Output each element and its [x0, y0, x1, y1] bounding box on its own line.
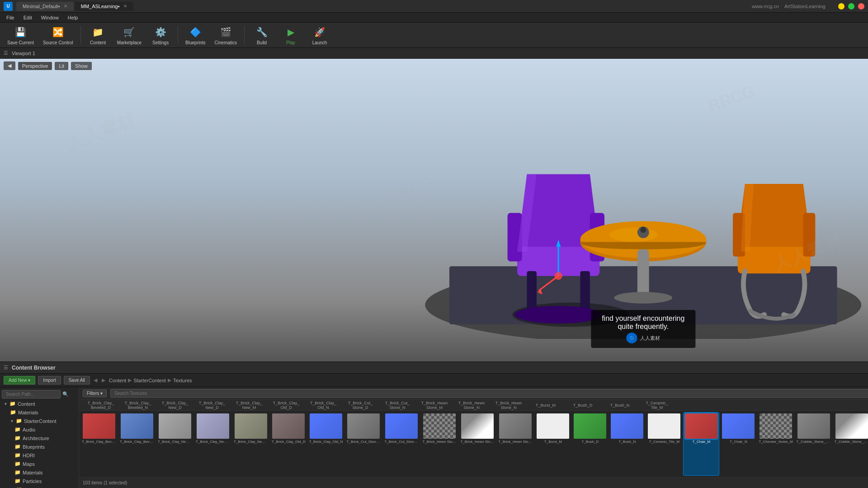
close-button[interactable] [858, 3, 864, 9]
tree-props[interactable]: ▼ 📁 Props [0, 485, 79, 488]
tree-blueprints[interactable]: 📁 Blueprints [0, 442, 79, 451]
play-button[interactable]: ▶ Play [277, 23, 304, 47]
cb-path-search-icon[interactable]: 🔍 [62, 391, 69, 397]
asset-cobble-pebble-m[interactable]: T_Cobble_Stone_Pebble_M [834, 413, 868, 475]
content-browser-sidebar: 🔍 ▼ 📁 Content 📁 Materials ▼ [0, 387, 79, 488]
maximize-button[interactable] [848, 3, 854, 9]
nav-back-button[interactable]: ◀ [4, 61, 15, 70]
tab-minimal-default[interactable]: Minimal_Default• ✕ [16, 2, 74, 11]
svg-point-8 [515, 306, 602, 324]
tree-particles[interactable]: 📁 Particles [0, 477, 79, 485]
asset-brick-cut-stone-n[interactable]: T_Brick_Cut_Stone_N [383, 413, 420, 475]
settings-button[interactable]: ⚙️ Settings [147, 23, 174, 47]
tree-materials-sc[interactable]: 📁 Materials [0, 468, 79, 477]
texture-search-input[interactable] [110, 389, 868, 398]
filters-button[interactable]: Filters ▾ [83, 389, 107, 397]
cb-grid: T_Brick_Clay_Beveled_D T_Brick_Clay_Beve… [79, 411, 868, 477]
tab-bar: Minimal_Default• ✕ MM_ASLearning• ✕ [16, 2, 752, 11]
viewport-header: ☰ Viewport 1 [0, 48, 868, 59]
perspective-button[interactable]: Perspective [18, 62, 52, 70]
title-bar: U Minimal_Default• ✕ MM_ASLearning• ✕ ww… [0, 0, 868, 13]
import-button[interactable]: Import [38, 376, 61, 385]
lit-button[interactable]: Lit [55, 62, 68, 70]
blueprints-icon: 🔷 [188, 25, 203, 39]
asset-ceramic-tile-m[interactable]: T_Ceramic_Tile_M [646, 413, 682, 475]
asset-brick-hewn-stone-m[interactable]: T_Brick_Hewn Stone_M [421, 413, 458, 475]
asset-bush-d[interactable]: T_Bush_D [572, 413, 608, 475]
content-browser-header: ☰ Content Browser [0, 362, 868, 374]
menu-edit[interactable]: Edit [19, 14, 37, 21]
show-button[interactable]: Show [71, 62, 92, 70]
tree-architecture[interactable]: 📁 Architecture [0, 434, 79, 442]
asset-bush-n[interactable]: T_Bush_N [609, 413, 645, 475]
asset-brick-clay-new-m[interactable]: T_Brick_Clay_New_M [233, 413, 269, 475]
toolbar-separator-3 [244, 26, 245, 44]
asset-brick-clay-old-n[interactable]: T_Brick_Clay_Old_N [308, 413, 344, 475]
asset-brick-clay-new-d2[interactable]: T_Brick_Clay_New_D [195, 413, 231, 475]
asset-brick-hewn-stone-n2[interactable]: T_Brick_Hewn Stone_N [497, 413, 533, 475]
asset-brick-clay-bev-d[interactable]: T_Brick_Clay_Beveled_D [81, 413, 117, 475]
toolbar-separator [80, 26, 81, 44]
tree-hdri[interactable]: 📁 HDRI [0, 451, 79, 460]
tree-maps[interactable]: 📁 Maps [0, 460, 79, 468]
menu-window[interactable]: Window [37, 14, 63, 21]
asset-chair-m[interactable]: T_Chair_M [684, 413, 719, 475]
svg-rect-6 [527, 271, 536, 310]
bc-textures[interactable]: Textures [173, 378, 192, 383]
launch-button[interactable]: 🚀 Launch [306, 23, 333, 47]
asset-thumb [648, 413, 680, 439]
launch-icon: 🚀 [312, 25, 327, 39]
asset-brick-hewn-stone-n[interactable]: T_Brick_Hewn Stone_N [459, 413, 495, 475]
bc-starter[interactable]: StarterContent [133, 378, 166, 383]
asset-thumb [835, 413, 868, 439]
cb-path-search[interactable] [2, 390, 61, 399]
menu-help[interactable]: Help [63, 14, 83, 21]
asset-thumb [797, 413, 830, 439]
watermark-url: www.rrcg.cn [752, 4, 779, 9]
cinematics-button[interactable]: 🎬 Cinematics [211, 23, 241, 47]
play-icon: ▶ [283, 25, 298, 39]
save-all-button[interactable]: Save All [64, 376, 90, 385]
blueprints-button[interactable]: 🔷 Blueprints [182, 23, 209, 47]
tree-audio[interactable]: 📁 Audio [0, 425, 79, 434]
content-browser-body: 🔍 ▼ 📁 Content 📁 Materials ▼ [0, 387, 868, 488]
asset-thumb-selected [685, 413, 717, 439]
save-current-button[interactable]: 💾 Save Current [4, 23, 38, 47]
asset-burst-m[interactable]: T_Burst_M [535, 413, 571, 475]
tree-content[interactable]: ▼ 📁 Content [0, 399, 79, 408]
svg-point-13 [555, 272, 562, 280]
asset-chair-n[interactable]: T_Chair_N [721, 413, 756, 475]
svg-rect-16 [637, 249, 649, 298]
tree-starter-content[interactable]: ▼ 📁 StarterContent [0, 417, 79, 425]
add-new-button[interactable]: Add New ▾ [4, 376, 35, 385]
asset-thumb [121, 413, 153, 439]
asset-cobble-pebble-d[interactable]: T_Cobble_Stone_Pebble_D [796, 413, 832, 475]
content-button[interactable]: 📁 Content [85, 23, 112, 47]
content-browser-title: Content Browser [12, 365, 56, 371]
source-control-button[interactable]: 🔀 Source Control [39, 23, 77, 47]
build-button[interactable]: 🔧 Build [248, 23, 275, 47]
asset-thumb [611, 413, 643, 439]
asset-brick-cut-stone-d[interactable]: T_Brick_Cut_Stone_D [345, 413, 382, 475]
bc-content[interactable]: Content [109, 378, 127, 383]
asset-checker-noise-m[interactable]: T_Checker_Noise_M [758, 413, 793, 475]
svg-point-17 [614, 292, 672, 304]
svg-point-18 [609, 227, 658, 242]
asset-thumb [197, 413, 229, 439]
asset-brick-clay-bev-n[interactable]: T_Brick_Clay_Beveled_N [119, 413, 155, 475]
asset-thumb [310, 413, 342, 439]
menu-bar: File Edit Window Help [0, 13, 868, 23]
tab-mm-aslearning[interactable]: MM_ASLearning• ✕ [75, 2, 133, 11]
minimize-button[interactable] [838, 3, 844, 9]
tree-materials-top[interactable]: 📁 Materials [0, 408, 79, 417]
tab-close-icon[interactable]: ✕ [64, 4, 67, 9]
asset-brick-clay-new-d[interactable]: T_Brick_Clay_New_D [157, 413, 193, 475]
tab-close-icon[interactable]: ✕ [123, 4, 127, 9]
viewport-canvas[interactable]: ◀ Perspective Lit Show 📷 ⚙ ⊞ ↻ 🔄 ↔ ⊞ [0, 59, 868, 361]
cinematics-icon: 🎬 [218, 25, 233, 39]
asset-brick-clay-old-d[interactable]: T_Brick_Clay_Old_D [271, 413, 307, 475]
menu-file[interactable]: File [2, 14, 19, 21]
title-right-area: www.rrcg.cn ArtStationLearning [752, 3, 864, 9]
marketplace-button[interactable]: 🛒 Marketplace [113, 23, 145, 47]
asset-thumb [272, 413, 305, 439]
